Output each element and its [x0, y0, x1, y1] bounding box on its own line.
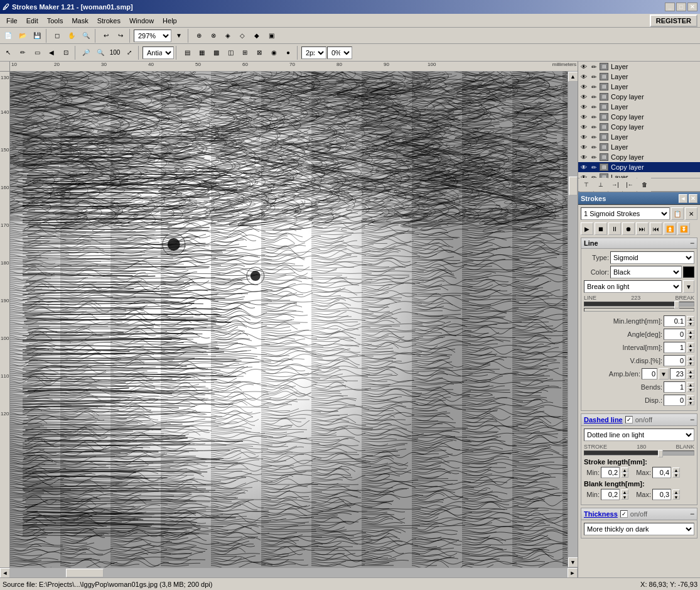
stroke-slider-thumb[interactable] [658, 450, 663, 457]
layer-row[interactable]: 👁 ✏ ▤ Layer [578, 62, 700, 72]
stroke-icon3-btn[interactable]: ⏸ [608, 222, 621, 235]
stroke-icon4-btn[interactable]: ⏺ [622, 222, 635, 235]
scroll-thumb-v[interactable] [569, 177, 578, 195]
layer-row[interactable]: 👁 ✏ ▤ Layer [578, 102, 700, 112]
disp-up-btn[interactable]: ▲ [687, 395, 694, 400]
ampben-arrow-btn[interactable]: ▼ [659, 368, 669, 380]
redo-btn[interactable]: ↪ [114, 29, 127, 43]
zoom-btn[interactable]: 🔍 [79, 29, 93, 43]
strokes-copy-btn[interactable]: 📋 [671, 207, 684, 220]
layer-move-up-btn[interactable]: ⊤ [579, 178, 593, 192]
layer-outdent-btn[interactable]: |← [623, 178, 637, 192]
eraser-btn[interactable]: ▭ [30, 46, 44, 60]
view2-btn[interactable]: ▦ [195, 46, 208, 60]
angle-up-btn[interactable]: ▲ [687, 329, 694, 334]
layer-eye-icon[interactable]: 👁 [579, 72, 588, 81]
layer-row[interactable]: 👁 ✏ ▤ Copy layer [578, 152, 700, 162]
bends-input[interactable] [664, 381, 686, 393]
min-length-down-btn[interactable]: ▼ [687, 321, 694, 326]
main-canvas[interactable] [10, 72, 568, 567]
new-btn[interactable]: 📄 [1, 29, 15, 43]
tool6-btn[interactable]: ▣ [264, 29, 278, 43]
angle-down-btn[interactable]: ▼ [687, 334, 694, 339]
scroll-track-h[interactable] [10, 568, 568, 578]
ampben-up-btn[interactable]: ▲ [687, 369, 694, 374]
tool4-btn[interactable]: ◇ [235, 29, 249, 43]
slider-track[interactable] [584, 302, 694, 307]
layer-row[interactable]: 👁 ✏ ▤ Layer [578, 142, 700, 152]
thickness-title-link[interactable]: Thickness [584, 510, 618, 518]
min-length-input[interactable] [664, 315, 686, 327]
move-btn[interactable]: ✋ [65, 29, 78, 43]
menu-strokes[interactable]: Strokes [94, 16, 124, 26]
zoom-combo[interactable]: 297% [134, 30, 171, 42]
stroke-icon6-btn[interactable]: ⏮ [650, 222, 662, 235]
pct-combo[interactable]: 0% [327, 46, 352, 59]
px-combo[interactable]: 2px [301, 46, 326, 59]
fill-btn[interactable]: ◀ [45, 46, 58, 60]
min-length-up-btn[interactable]: ▲ [687, 316, 694, 321]
menu-edit[interactable]: Edit [23, 16, 42, 26]
disp-input[interactable] [664, 395, 686, 406]
layer-row[interactable]: 👁 ✏ ▤ Layer [578, 82, 700, 92]
menu-file[interactable]: File [3, 16, 21, 26]
slider-thumb[interactable] [674, 301, 679, 309]
menu-tools[interactable]: Tools [43, 16, 67, 26]
thickness-checkbox[interactable]: ✓ [620, 510, 628, 518]
layer-eye-icon[interactable]: 👁 [579, 123, 588, 131]
ampben-input1[interactable] [642, 368, 657, 380]
type-combo[interactable]: Sigmoid [610, 251, 694, 264]
vdisp-down-btn[interactable]: ▼ [687, 361, 694, 366]
layer-row[interactable]: 👁 ✏ ▤ Layer [578, 172, 700, 178]
dashed-checkbox[interactable]: ✓ [625, 416, 633, 423]
view4-btn[interactable]: ◫ [223, 46, 237, 60]
canvas-area[interactable] [10, 72, 568, 567]
stroke-min-up-btn[interactable]: ▲ [621, 467, 628, 473]
open-btn[interactable]: 📂 [16, 29, 30, 43]
maximize-btn[interactable]: □ [676, 3, 686, 11]
scrollbar-vertical[interactable]: ▲ ▼ [568, 72, 578, 567]
blank-max-down-btn[interactable]: ▼ [672, 494, 680, 500]
layer-eye-icon[interactable]: 👁 [579, 82, 588, 91]
disp-down-btn[interactable]: ▼ [687, 400, 694, 405]
scroll-thumb-h[interactable] [66, 569, 104, 577]
layer-row[interactable]: 👁 ✏ ▤ Copy layer [578, 112, 700, 122]
dashed-title-link[interactable]: Dashed line [584, 416, 623, 423]
break-combo[interactable]: Break on light [584, 280, 682, 293]
scroll-down-btn[interactable]: ▼ [568, 557, 578, 567]
tool5-btn[interactable]: ◆ [250, 29, 264, 43]
menu-help[interactable]: Help [159, 16, 181, 26]
interval-input[interactable] [664, 342, 686, 353]
layer-eye-icon[interactable]: 👁 [579, 153, 588, 161]
stroke-icon7-btn[interactable]: ⏫ [664, 222, 676, 235]
menu-window[interactable]: Window [126, 16, 158, 26]
blank-min-up-btn[interactable]: ▲ [621, 489, 628, 494]
tool2-btn[interactable]: ⊗ [207, 29, 220, 43]
strokes-float-btn[interactable]: ◄ [679, 194, 687, 203]
interval-up-btn[interactable]: ▲ [687, 342, 694, 347]
scroll-left-btn[interactable]: ◄ [0, 568, 10, 578]
interval-down-btn[interactable]: ▼ [687, 347, 694, 352]
ampben-input2[interactable] [670, 368, 686, 380]
register-button[interactable]: REGISTER [650, 14, 697, 27]
layer-row[interactable]: 👁 ✏ ▤ Copy layer [578, 122, 700, 132]
blank-min-down-btn[interactable]: ▼ [621, 494, 628, 500]
scroll-track-v[interactable] [568, 82, 578, 557]
zoom100-btn[interactable]: 100 [108, 46, 122, 60]
break-arrow-btn[interactable]: ▼ [683, 280, 694, 293]
crop-btn[interactable]: ⊡ [59, 46, 73, 60]
bends-up-btn[interactable]: ▲ [687, 382, 694, 387]
layer-row[interactable]: 👁 ✏ ▤ Copy layer [578, 92, 700, 102]
undo-btn[interactable]: ↩ [99, 29, 113, 43]
strokes-close-btn[interactable]: ✕ [689, 194, 697, 203]
strokes-delete-btn[interactable]: ✕ [685, 207, 697, 220]
menu-mask[interactable]: Mask [68, 16, 92, 26]
scroll-right-btn[interactable]: ► [568, 568, 578, 578]
layers-scroll[interactable]: 👁 ✏ ▤ Layer 👁 ✏ ▤ Layer 👁 ✏ ▤ Layer [578, 62, 700, 178]
stroke-max-up-btn[interactable]: ▲ [672, 467, 680, 473]
layer-eye-icon[interactable]: 👁 [579, 92, 588, 101]
ampben-down-btn[interactable]: ▼ [687, 374, 694, 379]
tool3-btn[interactable]: ◈ [221, 29, 235, 43]
view7-btn[interactable]: ◉ [267, 46, 281, 60]
stroke-icon1-btn[interactable]: ▶ [581, 222, 593, 235]
